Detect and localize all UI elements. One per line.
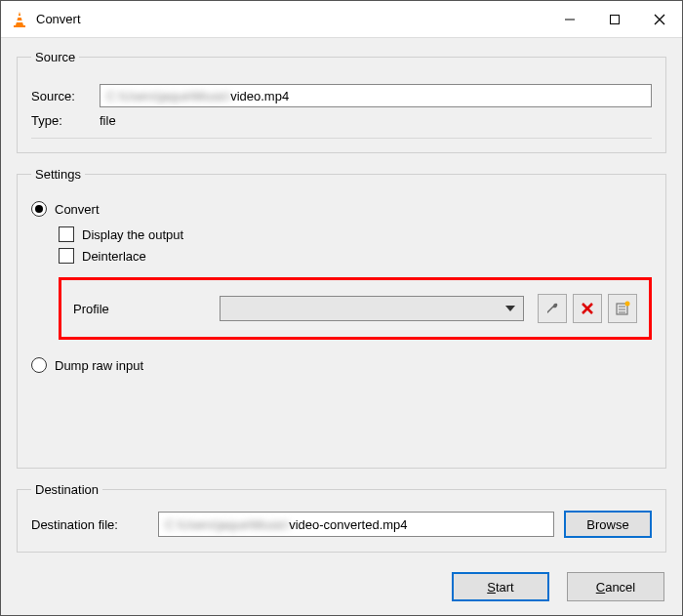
vlc-cone-icon [11, 11, 28, 28]
window-title: Convert [36, 12, 81, 26]
source-path-visible: video.mp4 [230, 89, 289, 103]
dump-radio-row[interactable]: Dump raw input [31, 357, 652, 373]
source-label: Source: [31, 89, 100, 103]
cancel-button-label: Cancel [596, 580, 635, 595]
svg-rect-5 [611, 15, 620, 23]
destination-path-hidden: C:\Users\jaque\Music\ [165, 517, 289, 532]
svg-rect-2 [16, 21, 22, 22]
source-path-input[interactable]: C:\Users\jaque\Music\ video.mp4 [100, 84, 652, 107]
maximize-button[interactable] [592, 1, 637, 37]
destination-group: Destination Destination file: C:\Users\j… [17, 482, 666, 553]
title-left: Convert [1, 11, 547, 28]
delete-profile-button[interactable] [573, 294, 602, 323]
destination-legend: Destination [31, 482, 102, 497]
settings-legend: Settings [31, 167, 85, 182]
x-icon [581, 302, 594, 315]
minimize-button[interactable] [547, 1, 592, 37]
deinterlace-checkbox[interactable] [59, 248, 74, 264]
source-group: Source Source: C:\Users\jaque\Music\ vid… [17, 50, 666, 153]
destination-path-visible: video-converted.mp4 [289, 517, 407, 532]
convert-radio[interactable] [31, 201, 47, 217]
convert-radio-row[interactable]: Convert [31, 201, 652, 217]
convert-radio-label: Convert [55, 202, 100, 217]
browse-button[interactable]: Browse [564, 511, 652, 538]
dump-radio[interactable] [31, 357, 47, 373]
settings-group: Settings Convert Display the output Dein… [17, 167, 666, 469]
titlebar: Convert [1, 1, 682, 38]
close-button[interactable] [637, 1, 682, 37]
profile-highlight-box: Profile [59, 277, 652, 340]
convert-options: Display the output Deinterlace Profile [31, 226, 652, 340]
type-value: file [100, 113, 116, 128]
svg-point-15 [625, 302, 630, 307]
svg-marker-0 [16, 12, 23, 25]
wrench-icon [544, 301, 560, 316]
chevron-down-icon [505, 304, 515, 313]
source-path-hidden: C:\Users\jaque\Music\ [106, 89, 230, 103]
destination-label: Destination file: [31, 517, 158, 532]
dump-radio-label: Dump raw input [55, 358, 143, 373]
edit-profile-button[interactable] [538, 294, 567, 323]
svg-rect-3 [14, 25, 25, 27]
destination-path-input[interactable]: C:\Users\jaque\Music\ video-converted.mp… [158, 512, 554, 537]
convert-dialog: Convert Source Source: C [0, 0, 683, 616]
client-area: Source Source: C:\Users\jaque\Music\ vid… [1, 38, 682, 615]
browse-button-label: Browse [586, 517, 628, 532]
svg-marker-8 [505, 306, 515, 311]
profile-dropdown[interactable] [220, 296, 524, 321]
type-label: Type: [31, 113, 100, 128]
profile-label: Profile [73, 302, 220, 316]
start-button-label: Start [487, 580, 513, 595]
svg-rect-1 [17, 16, 22, 18]
new-profile-button[interactable] [608, 294, 637, 323]
start-button[interactable]: Start [452, 572, 549, 601]
window-buttons [547, 1, 682, 37]
deinterlace-label: Deinterlace [82, 249, 146, 264]
display-output-checkbox[interactable] [59, 226, 74, 242]
new-list-icon [615, 301, 630, 316]
display-output-label: Display the output [82, 227, 183, 242]
cancel-button[interactable]: Cancel [567, 572, 664, 601]
display-output-row[interactable]: Display the output [59, 226, 652, 242]
divider [31, 138, 652, 139]
dialog-buttons: Start Cancel [17, 572, 666, 601]
source-legend: Source [31, 50, 79, 64]
deinterlace-row[interactable]: Deinterlace [59, 248, 652, 264]
